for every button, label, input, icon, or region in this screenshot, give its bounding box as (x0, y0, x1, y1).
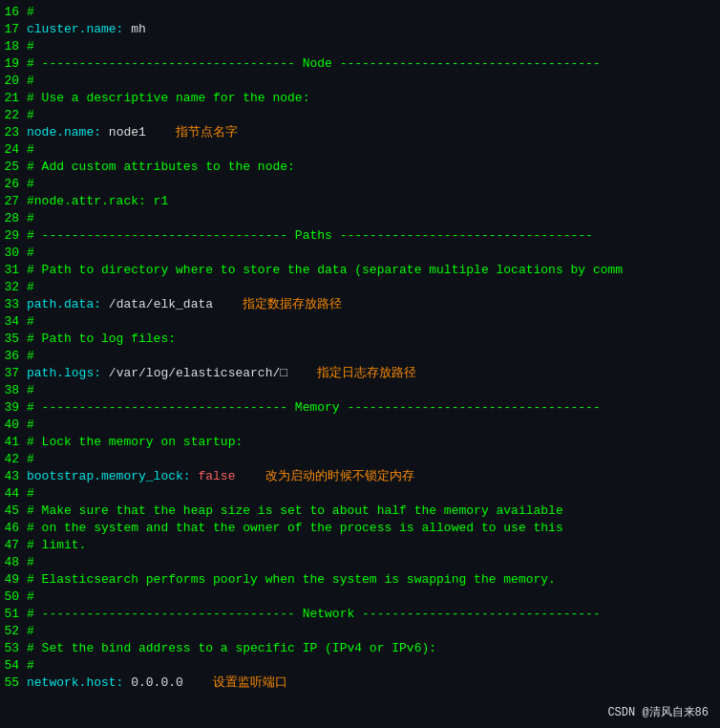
line-content: # (27, 141, 720, 159)
table-row: 48# (0, 554, 720, 571)
code-token: # (27, 658, 34, 673)
table-row: 44# (0, 485, 720, 503)
line-number: 47 (0, 537, 27, 554)
line-content: path.logs: /var/log/elasticsearch/□ 指定日志… (27, 365, 720, 382)
table-row: 18# (0, 38, 720, 55)
table-row: 46# on the system and that the owner of … (0, 520, 720, 537)
line-number: 35 (0, 331, 27, 348)
table-row: 26# (0, 176, 720, 193)
line-content: # Path to log files: (27, 331, 720, 348)
line-content: network.host: 0.0.0.0 设置监听端口 (27, 674, 720, 692)
code-token: # (27, 246, 34, 260)
line-number: 19 (0, 55, 27, 73)
table-row: 49# Elasticsearch performs poorly when t… (0, 571, 720, 589)
line-content: # (27, 554, 720, 571)
table-row: 37path.logs: /var/log/elasticsearch/□ 指定… (0, 365, 720, 382)
line-number: 55 (0, 674, 27, 692)
code-token (146, 125, 176, 139)
table-row: 50# (0, 589, 720, 606)
code-token: # (27, 5, 34, 19)
table-row: 53# Set the bind address to a specific I… (0, 640, 720, 657)
line-content: # Make sure that the heap size is set to… (27, 503, 720, 520)
table-row: 41# Lock the memory on startup: (0, 434, 720, 451)
code-token: # (27, 349, 34, 363)
table-row: 32# (0, 279, 720, 296)
table-row: 45# Make sure that the heap size is set … (0, 503, 720, 520)
code-token: # (27, 39, 34, 54)
line-content: # Lock the memory on startup: (27, 434, 720, 451)
line-number: 39 (0, 399, 27, 417)
table-row: 33path.data: /data/elk_data 指定数据存放路径 (0, 296, 720, 313)
line-content: # (27, 176, 720, 193)
code-token: # (27, 418, 34, 432)
line-number: 50 (0, 589, 27, 606)
code-token: # Set the bind address to a specific IP … (27, 641, 436, 655)
code-token: # Path to directory where to store the d… (27, 263, 623, 277)
line-number: 52 (0, 623, 27, 640)
table-row: 51# ---------------------------------- N… (0, 606, 720, 623)
table-row: 54# (0, 657, 720, 674)
code-token: # (27, 280, 34, 294)
line-content: # (27, 279, 720, 296)
line-content: bootstrap.memory_lock: false 改为启动的时候不锁定内… (27, 468, 720, 485)
line-number: 48 (0, 554, 27, 571)
code-token: # (27, 108, 34, 122)
code-token: 指节点名字 (176, 125, 238, 139)
line-content: # (27, 4, 720, 21)
code-token: /data/elk_data (109, 297, 213, 311)
table-row: 16# (0, 4, 720, 21)
code-token: 设置监听端口 (213, 675, 287, 690)
table-row: 22# (0, 107, 720, 124)
code-token: # (27, 142, 34, 157)
line-number: 27 (0, 193, 27, 210)
code-token: 指定日志存放路径 (317, 366, 416, 380)
code-token: false (198, 469, 235, 483)
line-content: cluster.name: mh (27, 21, 720, 38)
code-token (235, 469, 265, 483)
code-token: # (27, 555, 34, 569)
table-row: 42# (0, 451, 720, 468)
code-token: # limit. (27, 538, 86, 552)
line-number: 49 (0, 571, 27, 589)
line-content: # (27, 417, 720, 434)
line-content: # --------------------------------- Memo… (27, 399, 720, 417)
code-token: # Lock the memory on startup: (27, 435, 243, 449)
table-row: 27#node.attr.rack: r1 (0, 193, 720, 210)
code-token: node1 (109, 125, 146, 139)
watermark: CSDN @清风自来86 (607, 704, 709, 720)
table-row: 40# (0, 417, 720, 434)
line-content: # (27, 313, 720, 331)
code-token: # Make sure that the heap size is set to… (27, 503, 563, 518)
code-token: # (27, 452, 34, 466)
line-content: # Use a descriptive name for the node: (27, 90, 720, 107)
line-content: # (27, 382, 720, 399)
table-row: 31# Path to directory where to store the… (0, 262, 720, 279)
line-number: 38 (0, 382, 27, 399)
line-number: 25 (0, 159, 27, 176)
table-row: 30# (0, 245, 720, 262)
line-content: # Elasticsearch performs poorly when the… (27, 571, 720, 589)
line-content: path.data: /data/elk_data 指定数据存放路径 (27, 296, 720, 313)
code-token: # (27, 211, 34, 225)
line-number: 53 (0, 640, 27, 657)
table-row: 19# ---------------------------------- N… (0, 55, 720, 73)
table-row: 28# (0, 210, 720, 227)
code-token: cluster.name: (27, 22, 131, 36)
code-token: path.logs: (27, 366, 109, 380)
line-content: # (27, 348, 720, 365)
code-token: network.host: (27, 675, 131, 690)
line-number: 46 (0, 520, 27, 537)
code-token: # Use a descriptive name for the node: (27, 91, 309, 105)
line-content: # on the system and that the owner of th… (27, 520, 720, 537)
line-number: 21 (0, 90, 27, 107)
code-token: 指定数据存放路径 (243, 297, 342, 311)
line-number: 51 (0, 606, 27, 623)
line-content: # (27, 589, 720, 606)
code-token (287, 366, 317, 380)
code-token: # --------------------------------- Memo… (27, 400, 601, 415)
line-number: 23 (0, 124, 27, 141)
table-row: 20# (0, 73, 720, 90)
code-token: path.data: (27, 297, 109, 311)
code-token: # Elasticsearch performs poorly when the… (27, 572, 556, 587)
line-content: #node.attr.rack: r1 (27, 193, 720, 210)
